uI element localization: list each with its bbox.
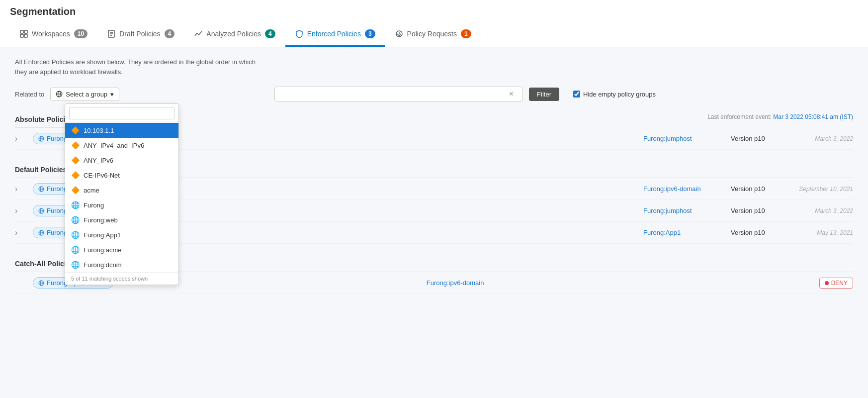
tab-enforced[interactable]: Enforced Policies 3 <box>285 22 385 47</box>
tab-enforced-badge: 3 <box>365 29 375 38</box>
svg-rect-3 <box>24 34 27 37</box>
dropdown-item-2[interactable]: 🔶 ANY_IPv6 <box>65 153 178 168</box>
svg-rect-0 <box>20 30 23 33</box>
policy-count: 10 Default Policies <box>112 207 635 214</box>
dropdown-item-9[interactable]: 🌐 Furong:dcnm <box>65 257 178 272</box>
policy-link[interactable]: Furong:jumphost <box>643 207 723 214</box>
hide-empty-checkbox[interactable] <box>573 91 580 98</box>
search-bar: × <box>274 87 523 101</box>
tab-requests-label: Policy Requests <box>407 30 457 38</box>
filter-button[interactable]: Filter <box>529 88 559 101</box>
policy-link[interactable]: Furong:ipv6-domain <box>427 279 506 287</box>
requests-icon <box>395 30 403 38</box>
dropdown-item-label-6: Furong:web <box>84 216 118 224</box>
expand-icon[interactable]: › <box>15 185 25 194</box>
enforced-icon <box>295 30 303 38</box>
deny-dot <box>825 281 829 285</box>
dropdown-item-6[interactable]: 🌐 Furong:web <box>65 212 178 227</box>
tab-draft[interactable]: Draft Policies 4 <box>97 22 184 47</box>
deny-label: DENY <box>831 280 848 287</box>
scope-icon-4: 🔶 <box>71 186 80 194</box>
scope-icon-2: 🔶 <box>71 156 80 164</box>
policy-count: 6 Default Policies <box>121 185 635 193</box>
policy-date: May 13, 2021 <box>788 229 853 236</box>
scope-icon-6: 🌐 <box>71 216 80 224</box>
tab-analyzed[interactable]: Analyzed Policies 4 <box>184 22 285 47</box>
policy-version: Version p10 <box>731 207 781 214</box>
dropdown-list: 🔶 10.103.1.1 🔶 ANY_IPv4_and_IPv6 🔶 ANY_I… <box>65 123 178 272</box>
group-dropdown: 🔶 10.103.1.1 🔶 ANY_IPv4_and_IPv6 🔶 ANY_I… <box>65 103 179 285</box>
dropdown-item-label-1: ANY_IPv4_and_IPv6 <box>84 142 144 149</box>
dropdown-search-input[interactable] <box>69 107 174 119</box>
clear-icon[interactable]: × <box>509 90 514 99</box>
tab-draft-label: Draft Policies <box>119 30 160 38</box>
dropdown-item-1[interactable]: 🔶 ANY_IPv4_and_IPv6 <box>65 138 178 153</box>
dropdown-item-3[interactable]: 🔶 CE-IPv6-Net <box>65 168 178 183</box>
policy-link[interactable]: Furong:ipv6-domain <box>643 185 723 193</box>
group-select-label: Select a group <box>66 91 107 98</box>
scope-icon-0: 🔶 <box>71 126 80 134</box>
scope-globe-icon <box>38 208 44 214</box>
dropdown-item-4[interactable]: 🔶 acme <box>65 183 178 198</box>
policy-date: March 3, 2022 <box>788 135 853 142</box>
search-input[interactable] <box>280 91 509 98</box>
svg-rect-2 <box>20 34 23 37</box>
dropdown-item-label-7: Furong:App1 <box>84 231 121 239</box>
policy-count: 14 Default Policies <box>101 229 635 236</box>
dropdown-item-7[interactable]: 🌐 Furong:App1 <box>65 227 178 242</box>
scope-globe-icon <box>38 280 44 286</box>
scope-icon-8: 🌐 <box>71 246 80 254</box>
page-title: Segmentation <box>10 6 858 22</box>
tab-analyzed-label: Analyzed Policies <box>206 30 261 38</box>
policy-link[interactable]: Furong:App1 <box>643 229 723 236</box>
analyzed-icon <box>194 30 202 38</box>
policy-version: Version p10 <box>731 135 781 142</box>
last-event-link[interactable]: Mar 3 2022 05:08:41 am (IST) <box>773 113 853 120</box>
tab-draft-badge: 4 <box>165 29 175 38</box>
globe-icon <box>56 91 63 98</box>
policy-date: March 3, 2022 <box>788 207 853 214</box>
policy-date: September 10, 2021 <box>788 186 853 193</box>
dropdown-search-container <box>65 104 178 123</box>
tab-requests-badge: 1 <box>461 29 471 38</box>
expand-icon[interactable]: › <box>15 228 25 237</box>
info-text: All Enforced Policies are shown below. T… <box>15 57 263 77</box>
scope-icon-3: 🔶 <box>71 171 80 179</box>
expand-icon[interactable]: › <box>15 206 25 215</box>
dropdown-footer: 5 of 11 matching scopes shown <box>65 272 178 285</box>
dropdown-item-label-3: CE-IPv6-Net <box>84 172 120 179</box>
dropdown-item-label-5: Furong <box>84 201 104 209</box>
scope-icon-5: 🌐 <box>71 201 80 209</box>
dropdown-item-label-0: 10.103.1.1 <box>84 127 114 134</box>
tab-requests[interactable]: Policy Requests 1 <box>385 22 481 47</box>
scope-icon-1: 🔶 <box>71 141 80 149</box>
scope-icon-7: 🌐 <box>71 231 80 239</box>
dropdown-item-8[interactable]: 🌐 Furong:acme <box>65 242 178 257</box>
related-label: Related to <box>15 91 44 98</box>
dropdown-item-label-4: acme <box>84 187 99 194</box>
dropdown-item-label-2: ANY_IPv6 <box>84 157 113 164</box>
tab-workspaces[interactable]: Workspaces 10 <box>10 22 97 47</box>
policy-version: Version p10 <box>731 229 781 236</box>
svg-rect-1 <box>24 30 27 33</box>
page-header: Segmentation Workspaces 10 Draft Policie… <box>0 0 868 47</box>
scope-icon-9: 🌐 <box>71 261 80 269</box>
tab-analyzed-badge: 4 <box>265 29 275 38</box>
dropdown-item-label-8: Furong:acme <box>84 246 122 254</box>
draft-icon <box>107 30 115 38</box>
filter-row: Related to Select a group ▾ 🔶 10.103.1.1… <box>15 87 853 101</box>
dropdown-item-5[interactable]: 🌐 Furong <box>65 198 178 212</box>
scope-globe-icon <box>38 136 44 142</box>
hide-empty-label[interactable]: Hide empty policy groups <box>573 91 656 98</box>
scope-globe-icon <box>38 186 44 192</box>
tab-bar: Workspaces 10 Draft Policies 4 Analyzed … <box>10 22 858 47</box>
dropdown-item-label-9: Furong:dcnm <box>84 261 122 269</box>
last-event: Last enforcement event: Mar 3 2022 05:08… <box>707 113 853 120</box>
tab-workspaces-label: Workspaces <box>32 30 70 38</box>
workspace-icon <box>20 30 28 38</box>
dropdown-item-0[interactable]: 🔶 10.103.1.1 <box>65 123 178 138</box>
policy-link[interactable]: Furong:jumphost <box>643 135 723 142</box>
hide-empty-text: Hide empty policy groups <box>583 91 656 98</box>
expand-icon[interactable]: › <box>15 134 25 143</box>
group-select-button[interactable]: Select a group ▾ <box>50 88 119 101</box>
